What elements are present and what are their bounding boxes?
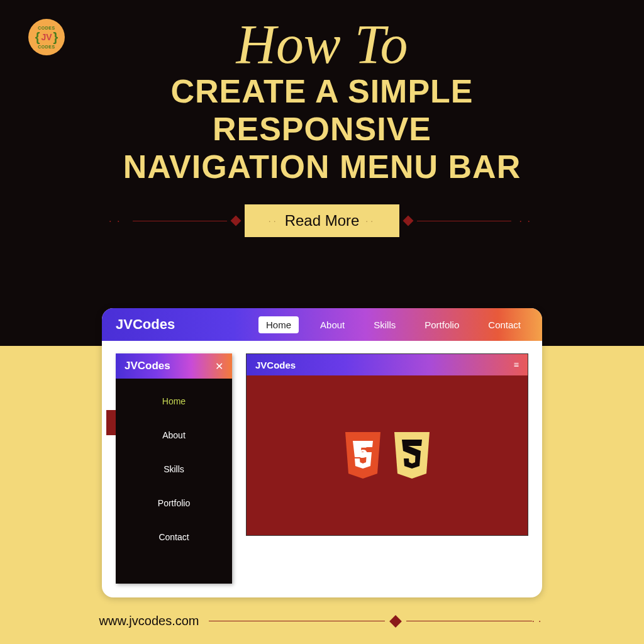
desktop-navbar: JVCodes Home About Skills Portfolio Cont…: [102, 308, 542, 341]
diamond-icon: [403, 216, 414, 226]
footer-url[interactable]: www.jvcodes.com: [99, 614, 199, 628]
preview-body: 5 3: [247, 375, 528, 535]
mobile-item-portfolio[interactable]: Portfolio: [158, 498, 190, 508]
read-more-button[interactable]: ·· Read More ··: [245, 204, 399, 237]
footer-line: [406, 621, 532, 621]
mobile-item-about[interactable]: About: [162, 430, 186, 440]
nav-item-contact[interactable]: Contact: [480, 316, 528, 333]
logo-badge: CODES { JV } CODES: [28, 19, 65, 55]
mobile-nav-list: Home About Skills Portfolio Contact: [116, 379, 232, 542]
dots-decoration-icon: ··: [532, 616, 545, 627]
dots-decoration-icon: ··: [519, 214, 535, 228]
preview-panel: JVCodes ≡ 5 3: [246, 353, 528, 536]
main-title: CREATE A SIMPLE RESPONSIVE NAVIGATION ME…: [0, 73, 644, 186]
preview-header: JVCodes ≡: [247, 354, 528, 375]
diamond-icon: [389, 615, 402, 628]
brace-left-icon: {: [35, 30, 40, 45]
title-line-3: NAVIGATION MENU BAR: [0, 148, 644, 186]
mobile-brand[interactable]: JVCodes: [125, 360, 170, 372]
read-more-label: Read More: [285, 212, 360, 230]
mobile-bg-accent: [106, 410, 116, 435]
mobile-header: JVCodes ✕: [116, 353, 232, 379]
line-decoration: [417, 221, 511, 221]
title-line-1: CREATE A SIMPLE: [0, 73, 644, 111]
mobile-item-home[interactable]: Home: [162, 396, 186, 406]
hamburger-icon[interactable]: ≡: [514, 360, 519, 370]
line-decoration: [133, 221, 227, 221]
demo-card: JVCodes Home About Skills Portfolio Cont…: [102, 308, 542, 597]
preview-brand[interactable]: JVCodes: [255, 360, 296, 370]
btn-dots-icon: ··: [365, 216, 375, 226]
mobile-item-skills[interactable]: Skills: [164, 464, 184, 474]
close-icon[interactable]: ✕: [215, 360, 223, 372]
nav-item-skills[interactable]: Skills: [366, 316, 403, 333]
divider-row: ·· ·· Read More ·· ··: [0, 204, 644, 237]
nav-item-about[interactable]: About: [313, 316, 352, 333]
logo-jv-text: { JV }: [35, 30, 58, 45]
script-title: How To: [0, 0, 644, 76]
dots-decoration-icon: ··: [109, 214, 125, 228]
brace-right-icon: }: [53, 30, 58, 45]
nav-brand[interactable]: JVCodes: [116, 316, 175, 333]
card-body: JVCodes ✕ Home About Skills Portfolio Co…: [102, 341, 542, 597]
hero-section: CODES { JV } CODES How To CREATE A SIMPL…: [0, 0, 644, 346]
html5-label: 5: [358, 442, 368, 462]
css3-icon: 3: [391, 431, 433, 480]
nav-items: Home About Skills Portfolio Contact: [258, 316, 528, 333]
nav-item-home[interactable]: Home: [258, 316, 299, 333]
diamond-icon: [230, 216, 241, 226]
footer-row: www.jvcodes.com ··: [0, 614, 644, 628]
logo-top-text: CODES: [38, 26, 55, 30]
mobile-item-contact[interactable]: Contact: [158, 532, 189, 542]
title-line-2: RESPONSIVE: [0, 111, 644, 148]
nav-item-portfolio[interactable]: Portfolio: [417, 316, 467, 333]
html5-icon: 5: [341, 431, 384, 480]
mobile-menu-panel: JVCodes ✕ Home About Skills Portfolio Co…: [116, 353, 232, 584]
footer-line: [209, 621, 385, 621]
logo-bottom-text: CODES: [38, 45, 55, 49]
btn-dots-icon: ··: [269, 216, 279, 226]
